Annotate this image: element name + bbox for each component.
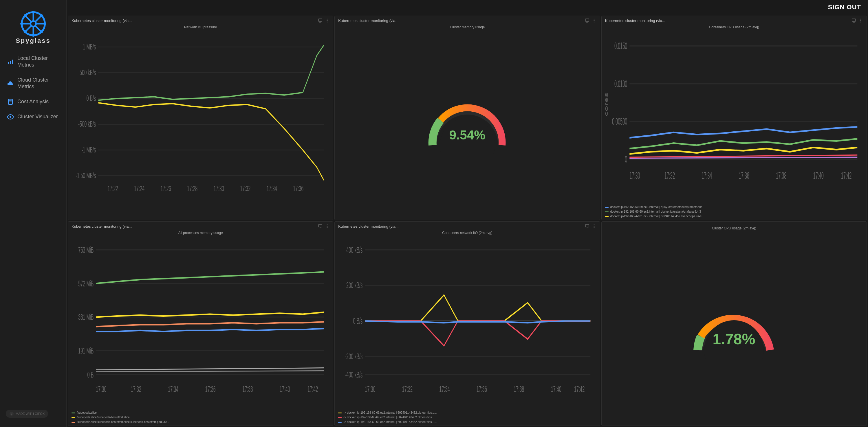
- more-icon-5[interactable]: [592, 224, 596, 229]
- panel-4-chart-title: All processes memory usage: [68, 230, 333, 235]
- svg-text:17:28: 17:28: [187, 184, 197, 193]
- bar-chart-icon: [7, 58, 14, 65]
- svg-text:17:32: 17:32: [240, 184, 250, 193]
- sidebar-item-cluster-visualizer[interactable]: Cluster Visualizer: [2, 110, 64, 124]
- svg-text:-500 kB/s: -500 kB/s: [78, 120, 96, 129]
- svg-text:17:34: 17:34: [267, 184, 277, 193]
- svg-text:17:42: 17:42: [574, 384, 585, 394]
- svg-point-32: [327, 19, 328, 20]
- panel-5-chart-title: Containers network I/O (2m avg): [335, 230, 599, 235]
- sidebar-item-local-cluster-metrics[interactable]: Local Cluster Metrics: [2, 52, 64, 72]
- receipt-icon: [7, 98, 14, 105]
- svg-point-12: [32, 34, 35, 37]
- topbar: SIGN OUT: [67, 0, 868, 14]
- svg-text:17:32: 17:32: [664, 170, 675, 180]
- monitor-icon-4: [318, 224, 322, 229]
- panel-4-legend: /kubepods.slice /kubepods.slice/kubepods…: [68, 409, 333, 426]
- panel-2-title: Kubernetes cluster monitoring (via...: [338, 19, 398, 23]
- svg-rect-29: [318, 19, 322, 22]
- legend-item-5-2: -> docker: ip-192-168-60-69.ec2.internal…: [343, 420, 437, 424]
- panel-5-chart: 400 kB/s 200 kB/s 0 B/s -200 kB/s -400 k…: [335, 235, 599, 409]
- svg-text:17:30: 17:30: [96, 384, 106, 394]
- panel-3-title: Kubernetes cluster monitoring (via...: [605, 19, 665, 23]
- sidebar-item-cloud-label: Cloud Cluster Metrics: [18, 77, 59, 90]
- svg-text:0: 0: [625, 154, 627, 164]
- more-icon-3[interactable]: [859, 18, 863, 23]
- svg-text:200 kB/s: 200 kB/s: [346, 281, 363, 290]
- more-icon[interactable]: [325, 18, 330, 23]
- svg-text:9.54%: 9.54%: [450, 128, 486, 142]
- sidebar-item-cloud-cluster-metrics[interactable]: Cloud Cluster Metrics: [2, 73, 64, 94]
- panel-1-title: Kubernetes cluster monitoring (via...: [71, 19, 132, 23]
- svg-text:17:32: 17:32: [131, 384, 141, 394]
- svg-text:17:34: 17:34: [168, 384, 178, 394]
- svg-point-18: [24, 30, 27, 33]
- svg-line-7: [36, 26, 41, 32]
- cloud-icon: [7, 80, 14, 87]
- svg-text:17:36: 17:36: [205, 384, 216, 394]
- panel-mem-usage: Kubernetes cluster monitoring (via... Al…: [68, 221, 333, 426]
- monitor-icon-5: [585, 224, 589, 229]
- legend-item-5-0: -> docker: ip-192-168-60-69.ec2.internal…: [343, 410, 437, 415]
- svg-point-111: [593, 225, 594, 225]
- more-icon-2[interactable]: [592, 18, 596, 23]
- logo-area: Spyglass: [0, 5, 66, 52]
- svg-point-11: [32, 11, 35, 13]
- svg-text:-200 kB/s: -200 kB/s: [345, 352, 363, 361]
- svg-point-13: [20, 22, 23, 25]
- svg-text:17:38: 17:38: [514, 384, 524, 394]
- svg-text:17:36: 17:36: [293, 184, 303, 193]
- panel-5-title: Kubernetes cluster monitoring (via...: [338, 224, 398, 229]
- panel-5-body: Containers network I/O (2m avg) 400 kB/s…: [335, 230, 599, 426]
- svg-line-6: [26, 16, 31, 22]
- svg-text:17:38: 17:38: [776, 170, 786, 180]
- svg-text:17:40: 17:40: [280, 384, 290, 394]
- svg-rect-21: [12, 60, 13, 64]
- nav-items: Local Cluster Metrics Cloud Cluster Metr…: [0, 52, 66, 405]
- svg-text:17:36: 17:36: [476, 384, 487, 394]
- svg-rect-108: [585, 225, 589, 227]
- panel-3-chart-title: Containers CPU usage (2m avg): [601, 24, 867, 30]
- svg-point-68: [860, 22, 861, 23]
- svg-point-112: [593, 226, 594, 227]
- gifox-badge: G MADE WITH GIFOX: [6, 409, 48, 418]
- panel-header-4: Kubernetes cluster monitoring (via...: [68, 222, 333, 230]
- panel-memory-gauge: Kubernetes cluster monitoring (via... Cl…: [334, 15, 600, 220]
- panel-cpu-usage: Kubernetes cluster monitoring (via... Co…: [601, 15, 867, 220]
- svg-point-67: [860, 20, 861, 21]
- svg-text:0.0100: 0.0100: [614, 78, 627, 89]
- svg-text:17:34: 17:34: [702, 170, 712, 180]
- svg-point-16: [40, 30, 43, 33]
- svg-text:17:30: 17:30: [365, 384, 375, 394]
- svg-text:17:34: 17:34: [439, 384, 450, 394]
- panel-4-title: Kubernetes cluster monitoring (via...: [71, 224, 132, 229]
- legend-item: docker: ip-192-168-60-69.ec2.internal | …: [610, 205, 703, 209]
- sidebar-item-visualizer-label: Cluster Visualizer: [18, 113, 58, 120]
- svg-text:-1 MB/s: -1 MB/s: [82, 146, 96, 155]
- more-icon-4[interactable]: [325, 224, 330, 229]
- panel-cpu-gauge: Cluster CPU usage (2m avg): [601, 221, 867, 426]
- svg-point-1: [31, 22, 35, 26]
- svg-text:17:22: 17:22: [107, 184, 118, 193]
- panel-3-legend: docker: ip-192-168-60-69.ec2.internal | …: [601, 204, 867, 220]
- sign-out-button[interactable]: SIGN OUT: [828, 3, 861, 11]
- svg-text:17:36: 17:36: [739, 170, 749, 180]
- panel-3-body: Containers CPU usage (2m avg) cores 0.01…: [601, 24, 867, 220]
- panels-grid: Kubernetes cluster monitoring (via... Ne…: [67, 14, 868, 427]
- svg-text:17:40: 17:40: [813, 170, 824, 180]
- svg-text:17:30: 17:30: [629, 170, 640, 180]
- legend-item: docker: ip-192-168-4-181.ec2.internal | …: [610, 214, 704, 219]
- legend-item-4-0: /kubepods.slice: [77, 410, 97, 415]
- svg-point-34: [327, 22, 328, 23]
- svg-text:500 kB/s: 500 kB/s: [80, 69, 96, 77]
- panel-4-body: All processes memory usage 763 MiB 572 M…: [68, 230, 333, 426]
- svg-point-33: [327, 20, 328, 21]
- svg-text:1 MB/s: 1 MB/s: [83, 43, 96, 52]
- svg-point-26: [9, 116, 11, 118]
- svg-text:17:24: 17:24: [134, 184, 145, 193]
- main-area: SIGN OUT Kubernetes cluster monitoring (…: [67, 0, 868, 427]
- svg-text:17:42: 17:42: [308, 384, 318, 394]
- svg-point-113: [593, 227, 594, 228]
- sidebar-item-cost-analysis[interactable]: Cost Analysis: [2, 95, 64, 109]
- svg-text:17:42: 17:42: [841, 170, 851, 180]
